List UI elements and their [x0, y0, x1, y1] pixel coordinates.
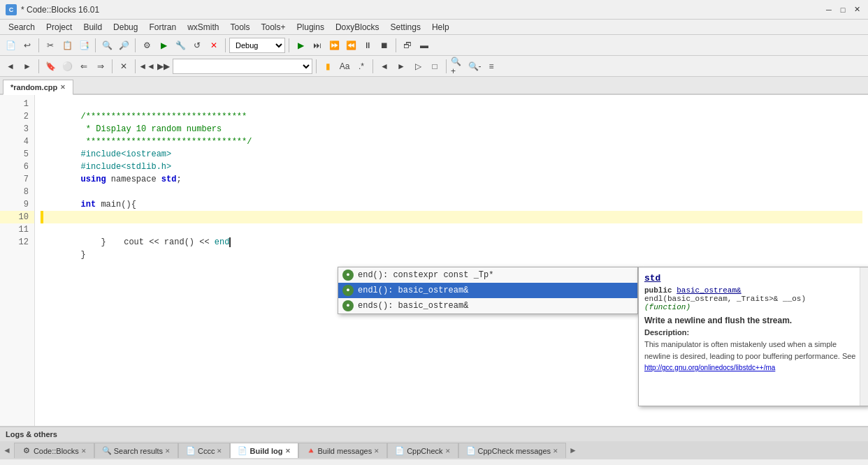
- title-bar: C * Code::Blocks 16.01 ─ □ ✕: [0, 0, 868, 20]
- tb-sep-2: [95, 38, 96, 52]
- line-num-2: 2: [0, 110, 34, 123]
- tb2-circle[interactable]: ⚪: [59, 59, 75, 74]
- tb-window[interactable]: 🗗: [400, 38, 415, 53]
- autocomplete-popup[interactable]: ● end(): constexpr const _Tp* ● endl(): …: [338, 267, 638, 314]
- editor-tab-close[interactable]: ✕: [60, 84, 66, 91]
- line-num-12: 12: [0, 236, 34, 249]
- line-num-5: 5: [0, 148, 34, 161]
- line-num-6: 6: [0, 161, 34, 173]
- tb-build[interactable]: 🔧: [173, 38, 188, 53]
- menu-plugins[interactable]: Plugins: [291, 21, 330, 34]
- bottom-nav-right[interactable]: ►: [566, 445, 580, 455]
- bottom-tab-cccc[interactable]: 📄 Cccc ✕: [178, 443, 230, 458]
- tb2-clear[interactable]: ✕: [116, 59, 131, 74]
- tb2-box[interactable]: □: [427, 59, 442, 74]
- bottom-tab-close-build-log[interactable]: ✕: [285, 448, 291, 455]
- tb-refresh[interactable]: ↺: [189, 38, 205, 53]
- search-dropdown[interactable]: [173, 59, 312, 74]
- tb2-sep-3: [135, 59, 136, 73]
- menu-help[interactable]: Help: [426, 21, 455, 34]
- tb-debug-out[interactable]: ⏪: [343, 38, 359, 53]
- menu-fortran[interactable]: Fortran: [143, 21, 182, 34]
- tb2-arrow-right[interactable]: ⇒: [93, 59, 108, 74]
- bottom-tab-cppcheck[interactable]: 📄 CppCheck ✕: [387, 443, 458, 458]
- menu-project[interactable]: Project: [41, 21, 78, 34]
- tb-search[interactable]: 🔍: [99, 38, 115, 53]
- ac-text-end: end(): constexpr const _Tp*: [358, 270, 633, 280]
- doc-panel-signature: public basic_ostream& endl(basic_ostream…: [644, 286, 862, 311]
- menu-doxyblocks[interactable]: DoxyBlocks: [330, 21, 385, 34]
- menu-wxsmith[interactable]: wxSmith: [182, 21, 224, 34]
- tb-settings[interactable]: ⚙: [139, 38, 154, 53]
- doc-sig-link[interactable]: basic_ostream&: [677, 286, 741, 295]
- menu-tools-plus[interactable]: Tools+: [256, 21, 291, 34]
- tb2-bookmark[interactable]: 🔖: [43, 59, 58, 74]
- tb-run[interactable]: ▶: [156, 38, 171, 53]
- bottom-tab-close-build-messages[interactable]: ✕: [374, 448, 379, 455]
- tb-paste[interactable]: 📑: [76, 38, 92, 53]
- tb2-back[interactable]: ◄: [3, 59, 18, 74]
- menu-tools[interactable]: Tools: [224, 21, 255, 34]
- tb2-arrow-r2[interactable]: ►: [393, 59, 409, 74]
- bottom-tab-close-cppcheck-messages[interactable]: ✕: [553, 448, 558, 455]
- doc-panel-scrollbar[interactable]: [860, 267, 868, 406]
- code-line-3: ********************************/: [41, 123, 862, 135]
- tb-debug-step[interactable]: ⏩: [326, 38, 342, 53]
- logs-label: Logs & others: [6, 430, 57, 438]
- tb2-search-prev[interactable]: ◄◄: [139, 59, 154, 74]
- maximize-button[interactable]: □: [837, 4, 848, 15]
- bottom-tab-close-search[interactable]: ✕: [165, 448, 171, 455]
- tb-undo[interactable]: ↩: [20, 38, 35, 53]
- tb-debug-run[interactable]: ▶: [293, 38, 308, 53]
- editor-tab-random-cpp[interactable]: *random.cpp ✕: [3, 80, 73, 95]
- tb2-more[interactable]: ≡: [484, 59, 499, 74]
- menu-build[interactable]: Build: [78, 21, 108, 34]
- tb2-zoom-out[interactable]: 🔍-: [467, 59, 482, 74]
- tb-new[interactable]: 📄: [3, 38, 18, 53]
- tb2-zoom-in[interactable]: 🔍+: [450, 59, 465, 74]
- line-num-4: 4: [0, 135, 34, 148]
- bottom-tab-close-cccc[interactable]: ✕: [217, 448, 222, 455]
- bottom-tab-cppcheck-messages[interactable]: 📄 CppCheck messages ✕: [458, 443, 567, 458]
- tb2-arrow-l2[interactable]: ◄: [377, 59, 392, 74]
- tb-copy[interactable]: 📋: [59, 38, 75, 53]
- tb2-arrow-left[interactable]: ⇐: [76, 59, 92, 74]
- tb-debug-stop[interactable]: ⏹: [377, 38, 392, 53]
- bottom-tab-search-results[interactable]: 🔍 Search results ✕: [94, 443, 178, 458]
- ac-item-end[interactable]: ● end(): constexpr const _Tp*: [338, 267, 637, 283]
- tb2-search-next[interactable]: ▶▶: [156, 59, 171, 74]
- tb2-regex[interactable]: .*: [354, 59, 369, 74]
- line-num-11: 11: [0, 223, 34, 236]
- minimize-button[interactable]: ─: [823, 4, 834, 15]
- menu-settings[interactable]: Settings: [385, 21, 426, 34]
- tb-stop[interactable]: ✕: [206, 38, 222, 53]
- bottom-tab-build-log[interactable]: 📄 Build log ✕: [230, 443, 298, 458]
- doc-link[interactable]: http://gcc.gnu.org/onlinedocs/libstdc++/…: [644, 364, 775, 371]
- tb-debug-next[interactable]: ⏭: [310, 38, 325, 53]
- bottom-tab-close-cppcheck[interactable]: ✕: [445, 448, 451, 455]
- tb2-highlight[interactable]: ▮: [320, 59, 335, 74]
- tb-replace[interactable]: 🔎: [116, 38, 131, 53]
- tb-console[interactable]: ▬: [417, 38, 432, 53]
- tb-cut[interactable]: ✂: [43, 38, 58, 53]
- code-line-2: * Display 10 random numbers: [41, 110, 862, 123]
- bottom-tab-close-codeblocks[interactable]: ✕: [81, 448, 87, 455]
- tb2-aa[interactable]: Aa: [337, 59, 352, 74]
- menu-search[interactable]: Search: [3, 21, 41, 34]
- bottom-nav-left[interactable]: ◄: [0, 445, 14, 455]
- tb2-cursor[interactable]: ▷: [410, 59, 426, 74]
- tb-debug-pause[interactable]: ⏸: [360, 38, 375, 53]
- tb2-forward[interactable]: ►: [20, 59, 35, 74]
- doc-panel-body: This manipulator is often mistakenly use…: [644, 339, 862, 374]
- bottom-tab-build-messages[interactable]: 🔺 Build messages ✕: [298, 443, 388, 458]
- ac-item-endl[interactable]: ● endl(): basic_ostream&: [338, 283, 637, 298]
- close-button[interactable]: ✕: [851, 4, 862, 15]
- menu-debug[interactable]: Debug: [108, 21, 143, 34]
- build-config-dropdown[interactable]: Debug Release: [229, 38, 285, 53]
- ac-item-ends[interactable]: ● ends(): basic_ostream&: [338, 298, 637, 313]
- code-line-12: }: [41, 236, 862, 249]
- bottom-tab-codeblocks[interactable]: ⚙ Code::Blocks ✕: [14, 443, 94, 458]
- line-num-8: 8: [0, 186, 34, 198]
- bottom-header: Logs & others: [0, 427, 868, 441]
- doc-panel-title[interactable]: std: [644, 273, 862, 283]
